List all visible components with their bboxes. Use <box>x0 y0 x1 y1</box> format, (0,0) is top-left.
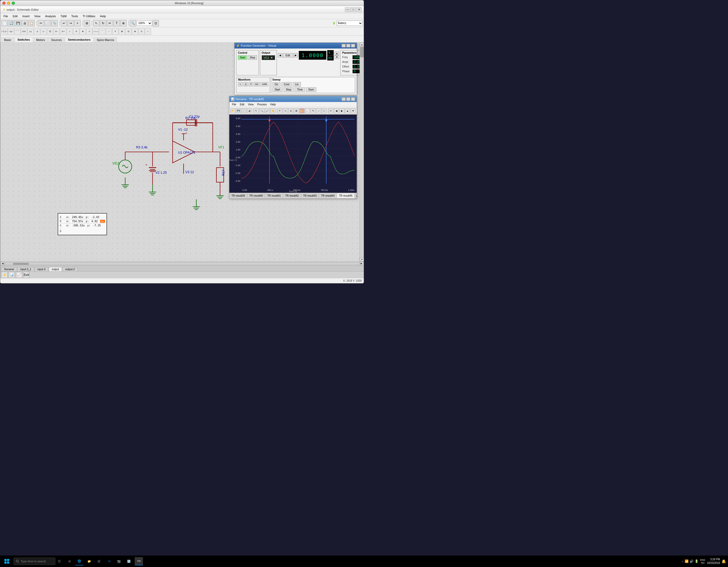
tr-scroll-r-btn[interactable]: ▶ <box>339 108 344 114</box>
hscroll-left-btn[interactable]: ◀ <box>1 262 4 265</box>
app-close-btn[interactable]: ✕ <box>356 7 362 12</box>
tr-tabs-scroll-left[interactable]: ◀ <box>355 193 357 199</box>
vm-close-btn[interactable] <box>2 2 5 5</box>
tab-semiconductors[interactable]: Semiconductors <box>65 37 93 42</box>
ci-switch[interactable]: ⌒ <box>99 28 105 35</box>
app-min-btn[interactable]: — <box>345 7 350 12</box>
tab-sources[interactable]: Sources <box>48 37 64 42</box>
tr-graph-btn[interactable]: 📈 <box>305 108 310 114</box>
tr-scroll-l-btn[interactable]: ◀ <box>334 108 339 114</box>
app-max-btn[interactable]: □ <box>351 7 356 12</box>
menu-tools[interactable]: Tools <box>69 14 80 18</box>
tb-btn-plus[interactable]: + <box>74 20 81 26</box>
tb-cut-btn[interactable]: ✂ <box>38 20 44 26</box>
menu-view[interactable]: View <box>32 14 43 18</box>
hscroll-thumb[interactable] <box>13 263 29 265</box>
ci-fuse[interactable]: —○— <box>93 28 99 35</box>
tab-meters[interactable]: Meters <box>33 37 48 42</box>
offset-input[interactable] <box>353 65 360 69</box>
fg-min-btn[interactable]: — <box>342 44 346 47</box>
tr-scroll-dn-btn[interactable]: ▼ <box>351 108 356 114</box>
tb-zoom-out-btn[interactable]: 🔍 <box>130 20 136 26</box>
tb-new-btn[interactable]: 📄 <box>1 20 8 26</box>
tr-min-btn[interactable]: — <box>342 97 346 101</box>
tb-save-btn[interactable]: 💾 <box>15 20 21 26</box>
sweep-stop-btn[interactable]: Stop <box>284 87 294 92</box>
ci-more4[interactable]: ⊡ <box>125 28 132 35</box>
wave-triangle-btn[interactable]: ⋀ <box>243 82 248 86</box>
sweep-num-btn[interactable]: Num <box>306 87 316 92</box>
schematic-area[interactable]: VG1 R3 3.4k <box>0 43 360 261</box>
tr-cursor-btn[interactable]: ↖ <box>254 108 259 114</box>
menu-file[interactable]: File <box>1 14 10 18</box>
vscroll-track[interactable] <box>360 47 364 257</box>
ci-ground[interactable]: ⏚ <box>67 28 73 35</box>
menu-insert[interactable]: Insert <box>20 14 32 18</box>
tr-max-btn[interactable]: □ <box>346 97 350 101</box>
tb-select-btn[interactable]: ↖ <box>93 20 99 26</box>
menu-help[interactable]: Help <box>98 14 108 18</box>
tr-menu-view[interactable]: View <box>246 103 255 106</box>
component-dropdown[interactable]: Battery <box>337 21 363 26</box>
wave-sine-btn[interactable]: ∿ <box>238 82 243 86</box>
tr-print-btn[interactable]: 🖨 <box>247 108 252 114</box>
vscroll-up-btn[interactable]: ▲ <box>360 43 364 47</box>
fg-stop-btn[interactable]: Stop <box>248 55 257 60</box>
tr-circle-btn[interactable]: ○ <box>316 108 321 114</box>
vscroll-down-btn[interactable]: ▼ <box>360 257 364 261</box>
ci-coil[interactable]: ∿ <box>86 28 92 35</box>
zoom-select[interactable]: 100% <box>136 21 152 26</box>
menu-analysis[interactable]: Analysis <box>43 14 58 18</box>
tr-menu-file[interactable]: File <box>230 103 238 106</box>
tb-grid-btn[interactable]: ⊞ <box>84 20 90 26</box>
hscroll-track[interactable] <box>5 263 359 265</box>
bp-btn4[interactable]: Exit <box>23 272 29 278</box>
tb-btn5[interactable]: 📋 <box>28 20 35 26</box>
tb-print-btn[interactable]: 🖨 <box>22 20 28 26</box>
tr-menu-help[interactable]: Help <box>269 103 277 106</box>
tb-open-btn[interactable]: 🔄 <box>8 20 14 26</box>
tr-zoom-out-btn[interactable]: 🔎 <box>265 108 270 114</box>
ci-more2[interactable]: ≡ <box>112 28 118 35</box>
ci-more6[interactable]: ⊙ <box>138 28 145 35</box>
tab-spice[interactable]: Spice Macros <box>94 37 117 42</box>
ci-resistor[interactable]: ─┤├─ <box>1 28 8 35</box>
hscroll-right-btn[interactable]: ▶ <box>360 262 363 265</box>
wave-dc-btn[interactable]: DC <box>254 82 260 86</box>
tb-rotate-btn[interactable]: ↻ <box>100 20 106 26</box>
fg-start-btn[interactable]: Start <box>238 55 247 60</box>
tr-open-btn[interactable]: 📂 <box>230 108 235 114</box>
sweep-on-btn[interactable]: On <box>272 82 281 87</box>
phase-input[interactable] <box>353 69 360 73</box>
tb-copy-btn[interactable]: ⬜ <box>45 20 51 26</box>
tab-output2[interactable]: output-2 <box>62 267 78 271</box>
fg-close-btn[interactable]: ✕ <box>351 44 355 47</box>
tr-markers-btn[interactable]: ⊞ <box>294 108 299 114</box>
freq-prev-btn[interactable]: ◀ <box>278 53 282 57</box>
fg-max-btn[interactable]: □ <box>346 44 350 47</box>
bp-btn2[interactable]: 📊 <box>9 272 15 278</box>
freq-input[interactable] <box>353 55 360 59</box>
tr-text-btn[interactable]: T <box>277 108 282 114</box>
vscroll-thumb[interactable] <box>360 47 364 57</box>
tr-tab-41[interactable]: TR result41 <box>265 194 283 198</box>
tr-menu-process[interactable]: Process <box>256 103 268 106</box>
ci-more3[interactable]: ⊞ <box>119 28 125 35</box>
ci-transformer[interactable]: ⊙⊙ <box>21 28 27 35</box>
tr-measure-btn[interactable]: 📐 <box>300 108 305 114</box>
bp-btn1[interactable]: ⚡ <box>1 272 8 278</box>
tr-scroll-up-btn[interactable]: ▲ <box>345 108 350 114</box>
ci-power[interactable]: ⊕ <box>80 28 86 35</box>
tr-copy-btn[interactable]: 📋 <box>241 108 246 114</box>
tr-tab-43[interactable]: TR result43 <box>301 194 319 198</box>
tb-zoom-fit-btn[interactable]: ⊡ <box>153 20 159 26</box>
ampl-input[interactable] <box>353 60 360 64</box>
tab-basic[interactable]: Basic <box>1 37 14 42</box>
tr-save-btn[interactable]: 💾 <box>236 108 241 114</box>
menu-tm[interactable]: T&M <box>58 14 69 18</box>
wave-arb-btn[interactable]: ARB <box>261 82 268 86</box>
sweep-time-btn[interactable]: Time <box>295 87 305 92</box>
ci-more5[interactable]: ⊕ <box>132 28 138 35</box>
tr-tab-45[interactable]: TR result45 <box>337 194 355 198</box>
tr-pen-btn[interactable]: ✎ <box>311 108 315 114</box>
